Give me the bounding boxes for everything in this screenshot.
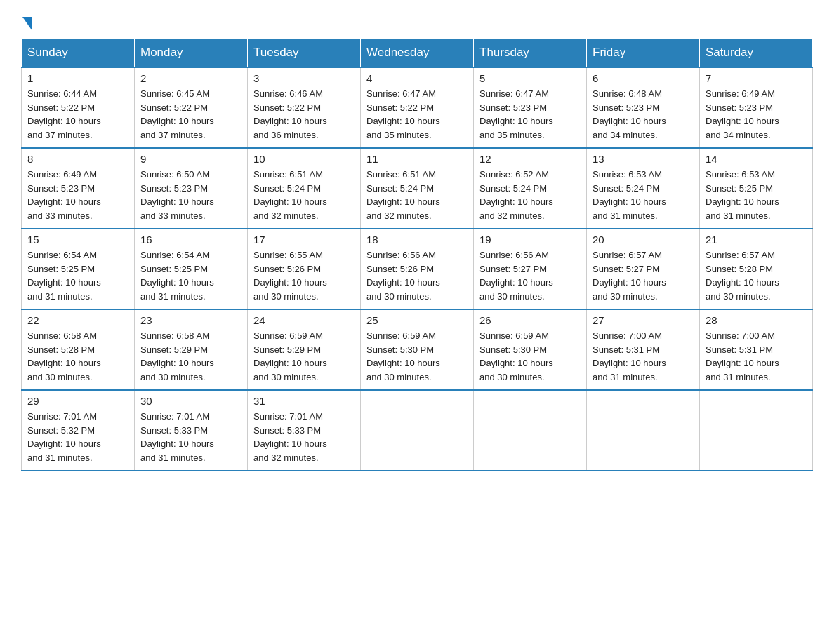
calendar-cell (587, 390, 700, 471)
calendar-cell: 8 Sunrise: 6:49 AM Sunset: 5:23 PM Dayli… (22, 148, 135, 229)
column-header-friday: Friday (587, 39, 700, 68)
calendar-cell: 4 Sunrise: 6:47 AM Sunset: 5:22 PM Dayli… (361, 67, 474, 148)
day-number: 17 (253, 234, 355, 246)
page-header (21, 14, 813, 31)
calendar-cell: 13 Sunrise: 6:53 AM Sunset: 5:24 PM Dayl… (587, 148, 700, 229)
day-number: 26 (479, 314, 581, 326)
calendar-cell: 11 Sunrise: 6:51 AM Sunset: 5:24 PM Dayl… (361, 148, 474, 229)
calendar-cell: 18 Sunrise: 6:56 AM Sunset: 5:26 PM Dayl… (361, 229, 474, 309)
logo (21, 14, 32, 31)
day-number: 30 (140, 395, 241, 407)
day-info: Sunrise: 6:47 AM Sunset: 5:23 PM Dayligh… (479, 87, 581, 142)
day-number: 15 (27, 234, 128, 246)
day-number: 7 (706, 72, 807, 84)
calendar-table: SundayMondayTuesdayWednesdayThursdayFrid… (21, 38, 813, 471)
day-number: 14 (706, 153, 807, 165)
day-number: 18 (366, 234, 468, 246)
column-header-tuesday: Tuesday (248, 39, 361, 68)
day-info: Sunrise: 6:50 AM Sunset: 5:23 PM Dayligh… (140, 168, 241, 222)
day-number: 9 (140, 153, 241, 165)
day-info: Sunrise: 7:01 AM Sunset: 5:33 PM Dayligh… (140, 410, 241, 464)
day-number: 13 (593, 153, 694, 165)
column-header-thursday: Thursday (474, 39, 587, 68)
calendar-cell: 9 Sunrise: 6:50 AM Sunset: 5:23 PM Dayli… (135, 148, 248, 229)
day-info: Sunrise: 7:01 AM Sunset: 5:33 PM Dayligh… (253, 410, 355, 464)
calendar-cell: 15 Sunrise: 6:54 AM Sunset: 5:25 PM Dayl… (22, 229, 135, 309)
day-info: Sunrise: 6:53 AM Sunset: 5:25 PM Dayligh… (706, 168, 807, 222)
calendar-cell (474, 390, 587, 471)
calendar-cell: 29 Sunrise: 7:01 AM Sunset: 5:32 PM Dayl… (22, 390, 135, 471)
day-number: 10 (253, 153, 355, 165)
day-number: 16 (140, 234, 241, 246)
calendar-cell: 5 Sunrise: 6:47 AM Sunset: 5:23 PM Dayli… (474, 67, 587, 148)
day-number: 24 (253, 314, 355, 326)
calendar-cell (361, 390, 474, 471)
day-info: Sunrise: 6:44 AM Sunset: 5:22 PM Dayligh… (27, 87, 128, 142)
day-number: 28 (706, 314, 807, 326)
day-info: Sunrise: 6:46 AM Sunset: 5:22 PM Dayligh… (253, 87, 355, 142)
calendar-cell: 28 Sunrise: 7:00 AM Sunset: 5:31 PM Dayl… (700, 309, 813, 390)
day-number: 22 (27, 314, 128, 326)
day-info: Sunrise: 6:57 AM Sunset: 5:28 PM Dayligh… (706, 248, 807, 303)
calendar-week-5: 29 Sunrise: 7:01 AM Sunset: 5:32 PM Dayl… (22, 390, 813, 471)
day-number: 20 (593, 234, 694, 246)
calendar-cell: 23 Sunrise: 6:58 AM Sunset: 5:29 PM Dayl… (135, 309, 248, 390)
day-number: 11 (366, 153, 468, 165)
calendar-cell (700, 390, 813, 471)
calendar-header-row: SundayMondayTuesdayWednesdayThursdayFrid… (22, 39, 813, 68)
day-info: Sunrise: 7:00 AM Sunset: 5:31 PM Dayligh… (706, 329, 807, 384)
calendar-cell: 17 Sunrise: 6:55 AM Sunset: 5:26 PM Dayl… (248, 229, 361, 309)
column-header-sunday: Sunday (22, 39, 135, 68)
calendar-cell: 14 Sunrise: 6:53 AM Sunset: 5:25 PM Dayl… (700, 148, 813, 229)
day-info: Sunrise: 6:59 AM Sunset: 5:30 PM Dayligh… (479, 329, 581, 384)
day-info: Sunrise: 6:57 AM Sunset: 5:27 PM Dayligh… (593, 248, 694, 303)
day-info: Sunrise: 6:55 AM Sunset: 5:26 PM Dayligh… (253, 248, 355, 303)
calendar-cell: 1 Sunrise: 6:44 AM Sunset: 5:22 PM Dayli… (22, 67, 135, 148)
day-info: Sunrise: 6:56 AM Sunset: 5:27 PM Dayligh… (479, 248, 581, 303)
logo-arrow-icon (22, 17, 32, 31)
calendar-cell: 25 Sunrise: 6:59 AM Sunset: 5:30 PM Dayl… (361, 309, 474, 390)
day-info: Sunrise: 6:53 AM Sunset: 5:24 PM Dayligh… (593, 168, 694, 222)
day-info: Sunrise: 6:58 AM Sunset: 5:28 PM Dayligh… (27, 329, 128, 384)
day-number: 5 (479, 72, 581, 84)
calendar-cell: 3 Sunrise: 6:46 AM Sunset: 5:22 PM Dayli… (248, 67, 361, 148)
day-info: Sunrise: 7:01 AM Sunset: 5:32 PM Dayligh… (27, 410, 128, 464)
calendar-cell: 16 Sunrise: 6:54 AM Sunset: 5:25 PM Dayl… (135, 229, 248, 309)
day-number: 2 (140, 72, 241, 84)
day-info: Sunrise: 6:58 AM Sunset: 5:29 PM Dayligh… (140, 329, 241, 384)
day-info: Sunrise: 6:47 AM Sunset: 5:22 PM Dayligh… (366, 87, 468, 142)
day-number: 12 (479, 153, 581, 165)
day-info: Sunrise: 6:56 AM Sunset: 5:26 PM Dayligh… (366, 248, 468, 303)
day-info: Sunrise: 6:51 AM Sunset: 5:24 PM Dayligh… (366, 168, 468, 222)
day-info: Sunrise: 6:59 AM Sunset: 5:29 PM Dayligh… (253, 329, 355, 384)
calendar-cell: 24 Sunrise: 6:59 AM Sunset: 5:29 PM Dayl… (248, 309, 361, 390)
day-info: Sunrise: 7:00 AM Sunset: 5:31 PM Dayligh… (593, 329, 694, 384)
calendar-week-1: 1 Sunrise: 6:44 AM Sunset: 5:22 PM Dayli… (22, 67, 813, 148)
calendar-cell: 12 Sunrise: 6:52 AM Sunset: 5:24 PM Dayl… (474, 148, 587, 229)
day-number: 8 (27, 153, 128, 165)
day-number: 1 (27, 72, 128, 84)
day-number: 25 (366, 314, 468, 326)
day-info: Sunrise: 6:52 AM Sunset: 5:24 PM Dayligh… (479, 168, 581, 222)
day-info: Sunrise: 6:54 AM Sunset: 5:25 PM Dayligh… (27, 248, 128, 303)
day-info: Sunrise: 6:49 AM Sunset: 5:23 PM Dayligh… (27, 168, 128, 222)
day-number: 27 (593, 314, 694, 326)
day-number: 29 (27, 395, 128, 407)
calendar-cell: 30 Sunrise: 7:01 AM Sunset: 5:33 PM Dayl… (135, 390, 248, 471)
calendar-cell: 6 Sunrise: 6:48 AM Sunset: 5:23 PM Dayli… (587, 67, 700, 148)
day-info: Sunrise: 6:49 AM Sunset: 5:23 PM Dayligh… (706, 87, 807, 142)
day-number: 23 (140, 314, 241, 326)
calendar-cell: 2 Sunrise: 6:45 AM Sunset: 5:22 PM Dayli… (135, 67, 248, 148)
day-info: Sunrise: 6:59 AM Sunset: 5:30 PM Dayligh… (366, 329, 468, 384)
day-number: 31 (253, 395, 355, 407)
calendar-cell: 10 Sunrise: 6:51 AM Sunset: 5:24 PM Dayl… (248, 148, 361, 229)
day-number: 6 (593, 72, 694, 84)
day-info: Sunrise: 6:51 AM Sunset: 5:24 PM Dayligh… (253, 168, 355, 222)
calendar-cell: 21 Sunrise: 6:57 AM Sunset: 5:28 PM Dayl… (700, 229, 813, 309)
day-number: 3 (253, 72, 355, 84)
calendar-week-2: 8 Sunrise: 6:49 AM Sunset: 5:23 PM Dayli… (22, 148, 813, 229)
day-number: 4 (366, 72, 468, 84)
column-header-wednesday: Wednesday (361, 39, 474, 68)
calendar-week-4: 22 Sunrise: 6:58 AM Sunset: 5:28 PM Dayl… (22, 309, 813, 390)
day-number: 21 (706, 234, 807, 246)
